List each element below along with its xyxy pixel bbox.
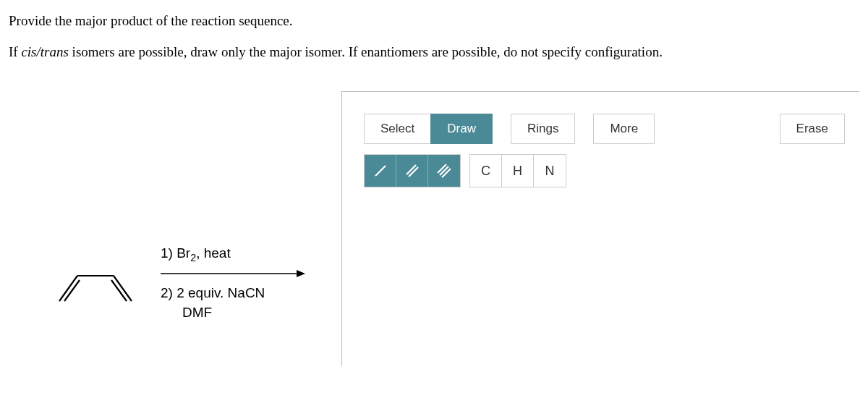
erase-button[interactable]: Erase [780,114,845,144]
question-line-2: If cis/trans isomers are possible, draw … [9,42,859,63]
triple-bond-icon [435,162,453,179]
rings-button[interactable]: Rings [511,114,575,144]
double-bond-button[interactable] [396,155,428,187]
hydrogen-atom-button[interactable]: H [502,155,534,187]
svg-line-6 [440,166,448,175]
reaction-step-1: 1) Br2, heat [161,244,305,266]
triple-bond-button[interactable] [428,155,460,187]
select-button[interactable]: Select [364,114,431,144]
question-text: Provide the major product of the reactio… [9,11,859,62]
more-button[interactable]: More [593,114,655,144]
reaction-step-2: 2) 2 equiv. NaCN [161,284,305,303]
main-toolbar: Select Draw Rings More Erase [364,114,845,144]
single-bond-icon [372,162,389,179]
svg-line-2 [375,166,386,176]
reaction-panel: 1) Br2, heat 2) 2 equiv. NaCN DMF [9,91,341,366]
nitrogen-atom-button[interactable]: N [534,155,566,187]
question-line-1: Provide the major product of the reactio… [9,11,859,32]
italic-term: cis/trans [21,44,68,59]
carbon-atom-button[interactable]: C [470,155,502,187]
double-bond-icon [404,162,421,179]
sub-toolbar: C H N [364,154,845,187]
reaction-arrow-icon [161,268,305,279]
drawing-panel: Select Draw Rings More Erase [341,91,859,366]
draw-button[interactable]: Draw [430,114,493,144]
starting-material-structure [52,258,139,308]
reaction-step-2-solvent: DMF [161,303,305,323]
reaction-scheme: 1) Br2, heat 2) 2 equiv. NaCN DMF [52,244,305,323]
svg-line-7 [442,169,451,177]
bond-tool-group [364,154,461,187]
atom-tool-group: C H N [469,154,566,187]
reaction-conditions: 1) Br2, heat 2) 2 equiv. NaCN DMF [161,244,305,323]
svg-marker-1 [297,270,305,277]
svg-line-5 [438,164,446,173]
single-bond-button[interactable] [365,155,396,187]
main-area: 1) Br2, heat 2) 2 equiv. NaCN DMF Select… [9,91,859,366]
